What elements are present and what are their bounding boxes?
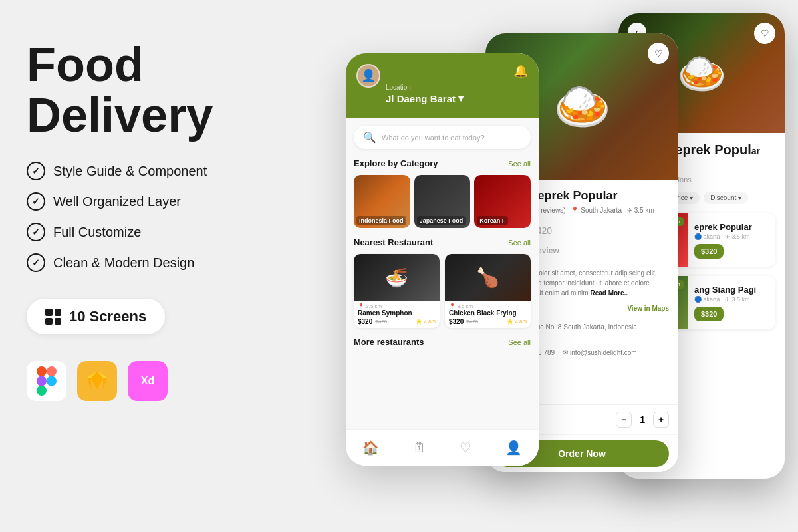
location-label: Location (386, 84, 528, 91)
phone-main-screen: 👤 🔔 Location Jl Daeng Barat ▾ 🔍 What do … (346, 53, 539, 466)
check-icon-4 (27, 253, 45, 272)
category-japanese-bg: Japanese Food (414, 175, 471, 228)
list-item-1-info: eprek Popular 🔵 akarta ✈ 3.5 km $320 (694, 217, 775, 264)
nearest-title: Nearest Restaurant (354, 237, 433, 247)
chicken-price-row: $320 $420 ⭐ 4.8/5 (449, 318, 527, 325)
nearest-see-all[interactable]: See all (508, 239, 531, 247)
filter-discount-chip[interactable]: Discount ▾ (704, 192, 748, 204)
svg-rect-0 (37, 366, 47, 376)
search-bar[interactable]: 🔍 What do you want to eat today? (354, 126, 531, 149)
xd-badge: Xd (128, 361, 168, 401)
restaurant-ramen[interactable]: 🍜 📍 3.5 km Ramen Symphon $320 $420 ⭐ 4.8… (354, 254, 440, 328)
heart-button-list[interactable]: ♡ (754, 23, 775, 44)
list-item-2-name: ang Siang Pagi (694, 285, 770, 295)
category-indonesia-bg: Indonesia Food (354, 175, 410, 228)
ramen-info: 📍 3.5 km Ramen Symphon $320 $420 ⭐ 4.8/5 (354, 301, 440, 328)
left-panel: Food Delivery Style Guide & Component We… (27, 40, 266, 401)
search-icon: 🔍 (363, 131, 376, 144)
category-japanese[interactable]: Japanese Food (414, 175, 471, 228)
category-korean-bg: Korean F (474, 175, 531, 228)
svg-marker-10 (103, 378, 107, 389)
view-maps-link[interactable]: View in Maps (627, 305, 669, 317)
ramen-rating: ⭐ 4.8/5 (416, 319, 436, 325)
svg-rect-4 (37, 386, 47, 396)
bottom-nav: 🏠 🗓 ♡ 👤 (346, 429, 539, 466)
svg-rect-2 (37, 376, 47, 386)
svg-marker-9 (87, 378, 91, 389)
main-title: Food Delivery (27, 40, 266, 140)
chicken-price: $320 (449, 318, 464, 325)
nav-orders-icon[interactable]: 🗓 (413, 440, 426, 456)
categories-see-all[interactable]: See all (508, 160, 531, 168)
nearest-header: Nearest Restaurant See all (354, 237, 531, 247)
bell-icon[interactable]: 🔔 (513, 64, 528, 78)
nav-favorites-icon[interactable]: ♡ (460, 440, 471, 456)
ramen-old-price: $420 (375, 319, 387, 325)
tool-icons: Xd (27, 361, 266, 401)
category-indonesia-label: Indonesia Food (356, 216, 406, 225)
chicken-rating: ⭐ 4.8/5 (507, 319, 527, 325)
qty-display: 1 (640, 414, 645, 425)
chicken-name: Chicken Black Frying (449, 309, 527, 317)
chicken-image: 🍗 (445, 254, 531, 301)
phone-content: 🔍 What do you want to eat today? Explore… (346, 118, 539, 457)
heart-button-detail[interactable]: ♡ (648, 43, 669, 64)
qty-minus-button[interactable]: − (616, 412, 632, 428)
restaurant-chicken[interactable]: 🍗 📍 3.5 km Chicken Black Frying $320 $42… (445, 254, 531, 328)
feature-item-4: Clean & Modern Design (27, 253, 266, 272)
more-see-all[interactable]: See all (508, 338, 531, 346)
more-title: More restaurants (354, 337, 424, 347)
check-icon-1 (27, 162, 45, 180)
categories-header: Explore by Category See all (354, 158, 531, 168)
category-japanese-label: Japanese Food (417, 216, 466, 225)
feature-item-3: Full Customize (27, 223, 266, 241)
ramen-distance: 📍 3.5 km (358, 303, 436, 309)
figma-badge (27, 361, 66, 401)
chicken-distance: 📍 3.5 km (449, 303, 527, 309)
nav-home-icon[interactable]: 🏠 (362, 440, 379, 456)
list-item-1-name: eprek Popular (694, 222, 770, 232)
screens-badge: 10 Screens (27, 299, 165, 334)
ramen-price-row: $320 $420 ⭐ 4.8/5 (358, 318, 436, 325)
ramen-price: $320 (358, 318, 372, 325)
features-list: Style Guide & Component Well Organized L… (27, 162, 266, 272)
grid-icon (45, 309, 61, 325)
sketch-badge (77, 361, 117, 401)
list-item-2-info: ang Siang Pagi 🔵 akarta ✈ 3.5 km $320 (694, 279, 775, 327)
list-item-2-price[interactable]: $320 (694, 307, 724, 321)
screens-container: 🍛 ‹ ♡ Ayam Geprek Popular us Rice with R… (266, 0, 798, 532)
categories-grid: Indonesia Food Japanese Food Korean F (354, 175, 531, 228)
category-korean-label: Korean F (477, 216, 508, 225)
check-icon-3 (27, 223, 45, 241)
feature-item-1: Style Guide & Component (27, 162, 266, 180)
header-top-row: 🔔 (386, 64, 528, 78)
location-name[interactable]: Jl Daeng Barat ▾ (386, 92, 464, 104)
search-placeholder: What do you want to eat today? (382, 134, 485, 142)
list-item-1-price[interactable]: $320 (694, 244, 724, 259)
feature-item-2: Well Organized Layer (27, 192, 266, 211)
categories-title: Explore by Category (354, 158, 438, 168)
location-row: Jl Daeng Barat ▾ (386, 92, 528, 104)
chicken-info: 📍 3.5 km Chicken Black Frying $320 $420 … (445, 301, 531, 328)
user-avatar: 👤 (356, 64, 380, 88)
list-item-2-meta: 🔵 akarta ✈ 3.5 km (694, 296, 770, 303)
more-header: More restaurants See all (354, 337, 531, 347)
list-item-1-meta: 🔵 akarta ✈ 3.5 km (694, 233, 770, 240)
read-more-link[interactable]: Read More.. (590, 289, 628, 297)
quantity-controls: − 1 + (616, 412, 669, 428)
phone-header: 👤 🔔 Location Jl Daeng Barat ▾ (346, 53, 539, 118)
check-icon-2 (27, 192, 45, 211)
chicken-old-price: $420 (466, 319, 478, 325)
svg-rect-1 (47, 366, 57, 376)
qty-plus-button[interactable]: + (653, 412, 669, 428)
category-indonesia[interactable]: Indonesia Food (354, 175, 410, 228)
category-korean[interactable]: Korean F (474, 175, 531, 228)
restaurants-row: 🍜 📍 3.5 km Ramen Symphon $320 $420 ⭐ 4.8… (354, 254, 531, 328)
svg-point-3 (47, 376, 57, 386)
ramen-image: 🍜 (354, 254, 440, 301)
nav-profile-icon[interactable]: 👤 (505, 440, 522, 456)
ramen-name: Ramen Symphon (358, 309, 436, 317)
